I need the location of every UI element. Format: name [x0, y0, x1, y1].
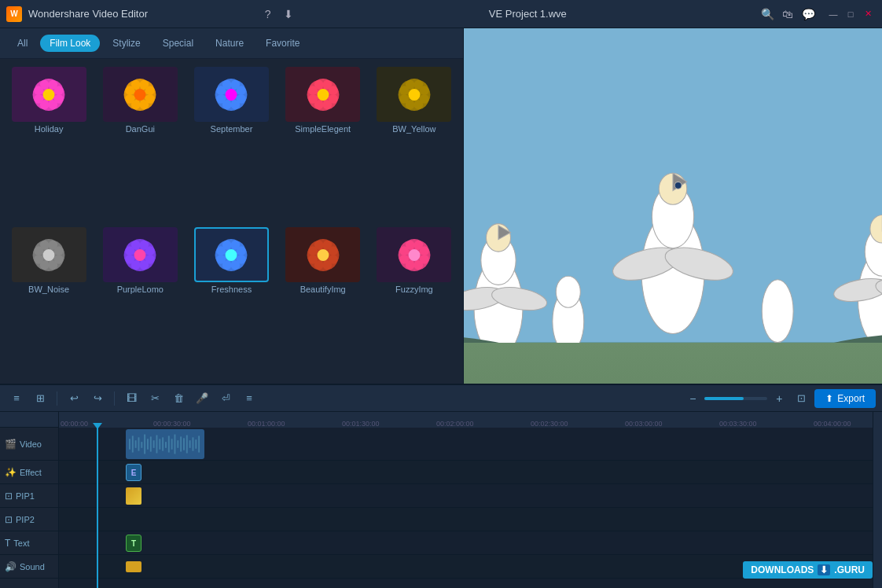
- zoom-track[interactable]: [704, 397, 767, 400]
- tab-film-look[interactable]: Film Look: [40, 35, 100, 52]
- tab-special[interactable]: Special: [153, 35, 203, 52]
- effect-name: PurpleLomo: [117, 285, 164, 294]
- tl-label-video: 🎬 Video: [0, 428, 58, 461]
- effect-item[interactable]: September: [187, 64, 275, 221]
- svg-rect-179: [138, 437, 140, 450]
- shop-icon[interactable]: 🛍: [780, 6, 796, 22]
- ruler-tick-8: 00:04:00:00: [814, 420, 851, 428]
- svg-rect-195: [186, 435, 188, 454]
- tl-record-btn[interactable]: 🎤: [192, 388, 212, 409]
- effect-item[interactable]: BeautifyImg: [279, 224, 367, 381]
- effect-item[interactable]: DanGui: [96, 64, 184, 221]
- effect-item[interactable]: Freshness: [187, 224, 275, 381]
- ruler-tick-0: 00:00:00: [61, 420, 88, 428]
- svg-point-26: [226, 89, 237, 101]
- svg-rect-198: [195, 439, 197, 449]
- tab-nature[interactable]: Nature: [206, 35, 253, 52]
- pip1-clip[interactable]: [126, 487, 141, 505]
- svg-rect-181: [144, 435, 145, 454]
- svg-rect-180: [141, 442, 142, 448]
- svg-point-44: [408, 89, 420, 101]
- pip1-track-row: [59, 484, 873, 508]
- svg-point-8: [43, 89, 55, 101]
- svg-rect-185: [156, 435, 158, 454]
- app-name: Wondershare Video Editor: [28, 8, 260, 20]
- close-button[interactable]: ✕: [860, 6, 876, 22]
- svg-rect-188: [165, 442, 167, 448]
- tl-cut-btn[interactable]: ✂: [145, 388, 165, 409]
- zoom-fit-btn[interactable]: ⊡: [791, 388, 811, 409]
- svg-rect-192: [177, 440, 178, 448]
- effect-item[interactable]: Holiday: [5, 64, 93, 221]
- zoom-controls: − + ⊡: [684, 388, 811, 409]
- svg-point-53: [43, 249, 55, 261]
- tl-label-effect: ✨ Effect: [0, 461, 58, 484]
- tab-stylize[interactable]: Stylize: [103, 35, 149, 52]
- tl-labels: 🎬 Video ✨ Effect ⊡ PIP1 ⊡ PIP2 T Text 🔊: [0, 412, 59, 588]
- tl-undo-btn[interactable]: ↩: [64, 388, 84, 409]
- effect-item[interactable]: BW_Yellow: [370, 64, 458, 221]
- minimize-button[interactable]: —: [825, 6, 841, 22]
- svg-point-80: [317, 249, 329, 261]
- sound-track-icon: 🔊: [5, 561, 17, 572]
- chat-icon[interactable]: 💬: [800, 6, 816, 22]
- ruler-tick-5: 00:02:30:00: [531, 420, 568, 428]
- tl-label-pip1: ⊡ PIP1: [0, 484, 58, 508]
- sound-clip[interactable]: [126, 561, 141, 572]
- logo-letter: W: [10, 9, 17, 18]
- video-clip-main[interactable]: [126, 429, 204, 459]
- effect-name: BW_Yellow: [392, 124, 435, 134]
- tl-scroll-right[interactable]: [873, 412, 882, 588]
- zoom-fill: [704, 397, 744, 400]
- effect-name: Holiday: [35, 124, 64, 134]
- app-logo: W: [6, 6, 22, 22]
- tl-add-media-btn[interactable]: 🎞: [121, 388, 141, 409]
- svg-rect-197: [193, 437, 194, 450]
- effect-name: SimpleElegent: [295, 124, 351, 134]
- timeline-area: ≡ ⊞ ↩ ↪ 🎞 ✂ 🗑 🎤 ⏎ ≡ − + ⊡ ⬆ Export: [0, 384, 882, 588]
- tab-favorite[interactable]: Favorite: [256, 35, 309, 52]
- effect-item[interactable]: BW_Noise: [5, 224, 93, 381]
- svg-rect-191: [175, 435, 176, 454]
- tl-delete-btn[interactable]: 🗑: [168, 388, 189, 409]
- export-label: Export: [837, 393, 865, 404]
- effect-item[interactable]: PurpleLomo: [96, 224, 184, 381]
- tl-redo-btn[interactable]: ↪: [87, 388, 108, 409]
- svg-point-35: [317, 89, 329, 101]
- pip2-track-label: PIP2: [16, 515, 35, 524]
- zoom-out-btn[interactable]: −: [684, 390, 701, 407]
- svg-rect-177: [132, 435, 134, 452]
- text-track-label: Text: [13, 538, 29, 548]
- search-icon[interactable]: 🔍: [759, 6, 775, 22]
- download-icon[interactable]: ⬇: [281, 6, 296, 22]
- ruler-tick-7: 00:03:30:00: [719, 420, 757, 428]
- tab-all[interactable]: All: [8, 35, 37, 52]
- tl-playhead[interactable]: [97, 428, 98, 588]
- effect-track-icon: ✨: [5, 467, 17, 478]
- effect-track-label: Effect: [20, 468, 42, 477]
- export-button[interactable]: ⬆ Export: [814, 389, 876, 408]
- timeline-toolbar: ≡ ⊞ ↩ ↪ 🎞 ✂ 🗑 🎤 ⏎ ≡ − + ⊡ ⬆ Export: [0, 385, 882, 412]
- effect-item[interactable]: FuzzyImg: [370, 224, 458, 381]
- text-track-row: T: [59, 531, 873, 555]
- window-controls: — □ ✕: [825, 6, 876, 22]
- tl-return-btn[interactable]: ⏎: [215, 388, 236, 409]
- effect-clip[interactable]: E: [126, 464, 141, 481]
- text-clip[interactable]: T: [126, 535, 141, 552]
- help-icon[interactable]: ?: [260, 6, 276, 22]
- effect-item[interactable]: SimpleElegent: [279, 64, 367, 221]
- svg-point-71: [226, 249, 237, 261]
- ruler-tick-2: 00:01:00:00: [248, 420, 285, 428]
- tl-list-view-btn[interactable]: ≡: [6, 388, 27, 409]
- watermark-text: DOWNLOADS: [751, 564, 814, 575]
- tl-menu-btn[interactable]: ≡: [239, 388, 259, 409]
- effect-name: BW_Noise: [28, 285, 69, 294]
- project-name: VE Project 1.wve: [296, 8, 759, 20]
- tl-separator-2: [114, 391, 115, 406]
- tl-ruler: 00:00:00 00:00:30:00 00:01:00:00 00:01:3…: [59, 412, 873, 428]
- maximize-button[interactable]: □: [843, 6, 858, 22]
- svg-point-62: [134, 249, 146, 261]
- zoom-in-btn[interactable]: +: [770, 390, 788, 407]
- effect-name: FuzzyImg: [395, 285, 433, 294]
- tl-grid-view-btn[interactable]: ⊞: [30, 388, 50, 409]
